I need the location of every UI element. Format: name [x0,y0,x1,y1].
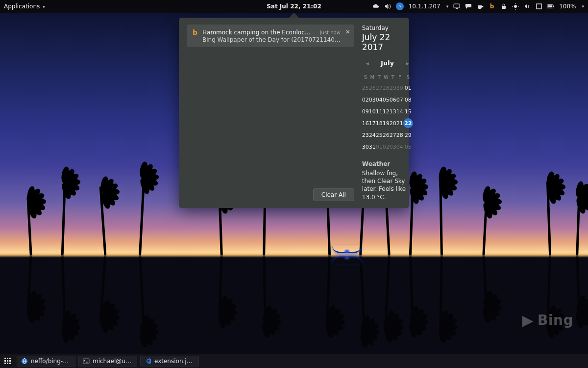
calendar-day[interactable]: 14 [396,106,403,116]
calendar-day[interactable]: 26 [383,130,390,140]
calendar-day[interactable]: 09 [362,106,369,116]
calendar-day[interactable]: 12 [383,106,390,116]
calendar-day[interactable]: 01 [403,83,413,93]
svg-point-1 [377,6,378,7]
svg-rect-11 [537,4,541,9]
bing-logo-icon: ▶ [522,312,534,329]
calendar-day[interactable]: 08 [403,95,413,105]
chevron-down-icon: ▾ [582,4,584,9]
vscode-icon [145,358,151,365]
calendar-day[interactable]: 26 [369,83,376,93]
calendar-day[interactable]: 18 [376,118,383,128]
user-status-icon[interactable] [396,2,404,10]
calendar-day[interactable]: 06 [390,95,396,105]
clock-label: Sat Jul 22, 21:02 [267,3,321,10]
calendar-day[interactable]: 28 [383,83,390,93]
clear-all-button[interactable]: Clear All [313,188,354,201]
calendar-day[interactable]: 05 [383,95,390,105]
weather-text: Shallow fog, then Clear Sky later. Feels… [362,169,413,201]
calendar-day[interactable]: 29 [390,83,396,93]
calendar-day[interactable]: 11 [376,106,383,116]
task-bar: neffo/bing-…michael@u…extension.j… [0,354,588,368]
date-dayofweek: Saturday [362,25,413,31]
calendar-day[interactable]: 13 [390,106,396,116]
calendar-day[interactable]: 23 [362,130,369,140]
display-icon[interactable] [453,3,460,10]
svg-rect-18 [4,360,6,362]
date-full: July 22 2017 [362,32,413,52]
calendar-day[interactable]: 10 [369,106,376,116]
calendar-day[interactable]: 07 [396,95,403,105]
calendar-day[interactable]: 02 [383,142,390,152]
calendar-day[interactable]: 03 [390,142,396,152]
calendar-day[interactable]: 05 [403,142,413,152]
svg-rect-3 [454,4,460,8]
chat-icon[interactable] [465,3,472,10]
calendar-day[interactable]: 29 [403,130,413,140]
close-icon[interactable]: ✕ [345,28,350,35]
calendar-day[interactable]: 28 [396,130,403,140]
task-item[interactable]: extension.j… [140,356,199,367]
battery-pct-label: 100% [559,3,576,10]
svg-rect-15 [4,358,6,359]
coffee-icon[interactable] [477,3,484,10]
calendar-day[interactable]: 21 [396,118,403,128]
lock-icon[interactable] [500,3,507,10]
top-bar: Applications ▾ Sat Jul 22, 21:02 10.1.1.… [0,0,588,13]
svg-point-0 [373,6,374,7]
svg-rect-17 [9,358,11,359]
volume-icon[interactable] [384,3,391,10]
next-month-button[interactable]: ▸ [404,59,411,68]
weather-section: Weather Shallow fog, then Clear Sky late… [362,160,413,201]
svg-rect-23 [9,363,11,364]
calendar-day[interactable]: 02 [362,95,369,105]
terminal-icon [83,358,90,365]
battery-icon[interactable] [547,3,554,10]
bing-watermark: ▶ Bing [522,312,574,329]
calendar-dow-header: W [383,74,390,81]
ip-address-label[interactable]: 10.1.1.207 [409,3,441,10]
calendar-day[interactable]: 16 [362,118,369,128]
calendar-day[interactable]: 20 [390,118,396,128]
calendar-dow-header: S [403,74,413,81]
chevron-down-icon: ▾ [43,4,45,9]
calendar-day[interactable]: 24 [369,130,376,140]
prev-month-button[interactable]: ◂ [364,59,371,68]
calendar-day[interactable]: 04 [376,95,383,105]
svg-rect-4 [456,8,458,9]
calendar-day[interactable]: 03 [369,95,376,105]
calendar-day[interactable]: 27 [376,83,383,93]
calendar-day[interactable]: 22 [403,118,413,128]
popover-arrow [289,13,299,18]
chevron-down-icon: ▾ [446,4,449,9]
notification-card[interactable]: b Hammock camping on the Econloc… Just n… [187,25,354,47]
calendar-day[interactable]: 30 [396,83,403,93]
calendar-day[interactable]: 25 [362,83,369,93]
svg-rect-13 [548,5,552,7]
stop-icon[interactable] [536,3,542,10]
app-grid-button[interactable] [2,356,14,366]
volume-icon-2[interactable] [524,3,531,10]
task-item[interactable]: neffo/bing-… [17,356,75,367]
applications-menu[interactable]: Applications ▾ [4,3,45,10]
clock-button[interactable]: Sat Jul 22, 21:02 [267,3,321,10]
calendar-day[interactable]: 30 [362,142,369,152]
task-item[interactable]: michael@u… [78,356,137,367]
svg-rect-5 [502,6,506,9]
calendar-day[interactable]: 25 [376,130,383,140]
calendar-day[interactable]: 27 [390,130,396,140]
calendar-day[interactable]: 17 [369,118,376,128]
cloud-sync-icon[interactable] [372,3,379,10]
task-label: neffo/bing-… [31,358,71,365]
svg-rect-25 [83,359,89,364]
calendar-day[interactable]: 31 [369,142,376,152]
svg-rect-21 [4,363,6,364]
calendar-day[interactable]: 19 [383,118,390,128]
calendar-day[interactable]: 15 [403,106,413,116]
calendar-day[interactable]: 04 [396,142,403,152]
calendar-day[interactable]: 01 [376,142,383,152]
bing-watermark-text: Bing [538,312,573,328]
brightness-icon[interactable] [512,3,519,10]
bing-notification-icon: b [192,28,198,36]
bing-indicator-icon[interactable]: b [489,3,495,10]
